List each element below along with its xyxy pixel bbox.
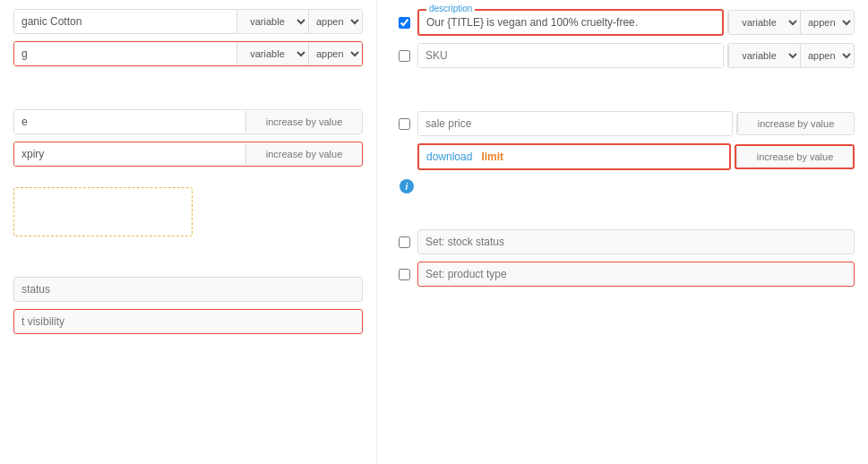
row2-input[interactable] — [14, 42, 236, 65]
description-select[interactable]: variable — [728, 11, 800, 34]
sale-price-input[interactable] — [418, 112, 732, 135]
sku-row-wrap: variable append — [391, 43, 855, 68]
dashed-drop-zone — [13, 187, 193, 236]
product-type-input[interactable] — [417, 262, 855, 287]
description-checkbox[interactable] — [399, 17, 410, 29]
download-limit-label: download limit — [419, 145, 511, 168]
status-field-wrap — [13, 277, 363, 302]
right-column: description variable append — [376, 0, 868, 464]
stock-status-input[interactable] — [417, 229, 855, 254]
organic-cotton-row: variable append — [13, 9, 363, 34]
limit-label: limit — [481, 150, 503, 163]
sku-checkbox-wrap — [391, 50, 417, 62]
description-append[interactable]: append — [800, 11, 854, 34]
product-type-checkbox[interactable] — [399, 269, 410, 280]
product-type-wrap — [391, 262, 855, 287]
visibility-field-wrap — [13, 309, 363, 334]
sale-price-inc-value[interactable] — [737, 113, 854, 134]
row2-row: variable append — [13, 41, 363, 66]
organic-cotton-input[interactable] — [14, 10, 236, 33]
download-limit-inc-value[interactable] — [736, 146, 853, 168]
product-type-checkbox-wrap — [391, 269, 417, 280]
price-inc-value[interactable] — [245, 111, 362, 133]
download-limit-row-wrap: download limit — [391, 143, 855, 170]
left-column: variable append variable append — [0, 0, 376, 464]
sku-append[interactable]: append — [800, 44, 854, 67]
description-label: description — [426, 4, 475, 13]
description-checkbox-wrap — [391, 17, 417, 29]
row2-select[interactable]: variable — [236, 42, 308, 65]
stock-status-checkbox-wrap — [391, 236, 417, 248]
sale-price-checkbox-wrap — [391, 118, 417, 130]
price-inc-row — [13, 109, 363, 134]
download-label: download — [426, 150, 472, 163]
sale-price-row-wrap — [391, 111, 855, 136]
stock-status-checkbox[interactable] — [399, 236, 410, 248]
description-input[interactable] — [419, 11, 722, 34]
expiry-inc-value[interactable] — [245, 143, 362, 165]
sku-input[interactable] — [418, 44, 723, 67]
expiry-inc-input[interactable] — [14, 142, 245, 166]
description-row-wrap: description variable append — [391, 9, 855, 36]
info-area: i — [391, 179, 855, 193]
price-inc-input[interactable] — [14, 110, 245, 133]
organic-cotton-append[interactable]: append — [308, 10, 362, 33]
sku-select[interactable]: variable — [728, 44, 800, 67]
row2-append[interactable]: append — [308, 42, 362, 65]
sale-price-checkbox[interactable] — [399, 118, 410, 130]
expiry-inc-row — [13, 142, 363, 167]
organic-cotton-select[interactable]: variable — [236, 10, 308, 33]
visibility-input[interactable] — [13, 309, 363, 334]
info-icon[interactable]: i — [400, 179, 414, 193]
status-input[interactable] — [13, 277, 363, 302]
stock-status-wrap — [391, 229, 855, 254]
sku-checkbox[interactable] — [399, 50, 410, 62]
main-page: variable append variable append — [0, 0, 868, 464]
